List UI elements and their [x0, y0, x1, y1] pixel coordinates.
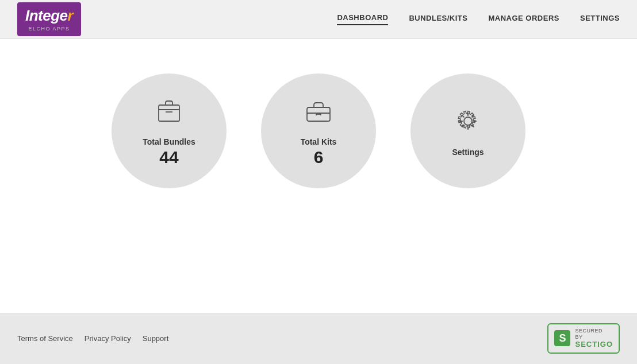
svg-point-2 [464, 117, 472, 125]
nav-manage-orders[interactable]: MANAGE ORDERS [488, 14, 559, 25]
terms-of-service-link[interactable]: Terms of Service [17, 334, 73, 343]
bundles-card[interactable]: Total Bundles 44 [112, 73, 227, 188]
main-content: Total Bundles 44 Total Kits 6 [0, 39, 637, 313]
main-nav: DASHBOARD BUNDLES/KITS MANAGE ORDERS SET… [337, 13, 620, 25]
logo[interactable]: Integer ELCHO APPS [17, 2, 81, 36]
logo-highlight: r [68, 7, 74, 24]
kits-label: Total Kits [301, 137, 337, 146]
bundles-count: 44 [159, 148, 178, 167]
logo-subtitle: ELCHO APPS [29, 26, 70, 32]
nav-bundles-kits[interactable]: BUNDLES/KITS [409, 14, 467, 25]
settings-label: Settings [452, 148, 483, 157]
nav-settings[interactable]: SETTINGS [580, 14, 620, 25]
footer: Terms of Service Privacy Policy Support … [0, 313, 637, 364]
kits-card[interactable]: Total Kits 6 [261, 73, 376, 188]
svg-rect-0 [159, 105, 179, 121]
sectigo-name: SECTIGO [575, 340, 613, 349]
nav-dashboard[interactable]: DASHBOARD [337, 13, 388, 25]
privacy-policy-link[interactable]: Privacy Policy [85, 334, 131, 343]
settings-card[interactable]: Settings [410, 73, 525, 188]
header: Integer ELCHO APPS DASHBOARD BUNDLES/KIT… [0, 0, 637, 39]
box-icon [153, 95, 185, 129]
support-link[interactable]: Support [143, 334, 169, 343]
sectigo-text: SECURED BY SECTIGO [575, 328, 613, 349]
bundles-label: Total Bundles [143, 137, 195, 146]
sectigo-badge: S SECURED BY SECTIGO [547, 323, 620, 354]
toolbox-icon [302, 95, 335, 129]
kits-count: 6 [314, 148, 324, 167]
sectigo-secured: SECURED [575, 328, 613, 334]
gear-icon [452, 105, 484, 140]
sectigo-s-icon: S [554, 330, 570, 346]
sectigo-by: BY [575, 334, 613, 340]
logo-text: Integer [25, 7, 73, 25]
cards-container: Total Bundles 44 Total Kits 6 [112, 73, 525, 188]
footer-links: Terms of Service Privacy Policy Support [17, 334, 168, 343]
